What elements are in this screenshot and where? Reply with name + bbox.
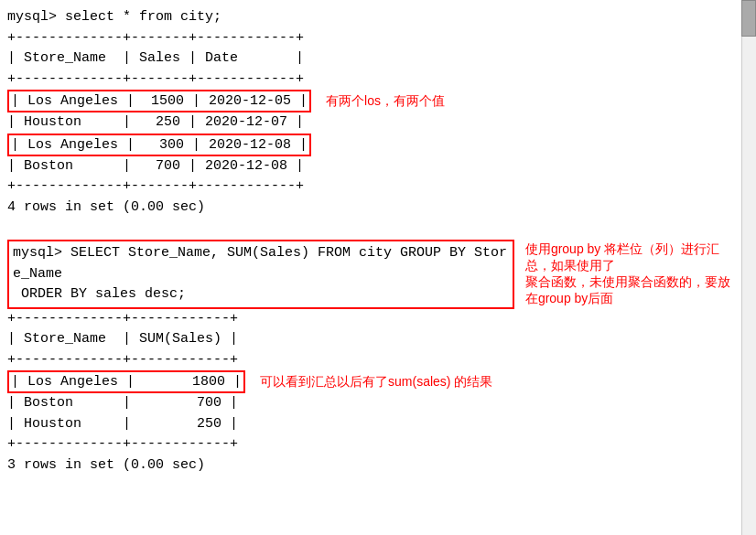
query1-sep3: +-------------+-------+------------+ xyxy=(7,177,732,198)
query1-sep1: +-------------+-------+------------+ xyxy=(7,28,732,49)
query1-row-3: | Boston | 700 | 2020-12-08 | xyxy=(7,156,732,177)
query1-row-1: | Houston | 250 | 2020-12-07 | xyxy=(7,112,732,134)
query2-annotation: 可以看到汇总以后有了sum(sales) 的结果 xyxy=(260,374,492,391)
scrollbar-thumb[interactable] xyxy=(741,0,756,37)
query1-row-0-text: | Los Angeles | 1500 | 2020-12-05 | xyxy=(7,90,311,112)
query2-header: | Store_Name | SUM(Sales) | xyxy=(7,329,732,350)
query1-annotation: 有两个los，有两个值 xyxy=(326,93,445,110)
query2-row-0: | Los Angeles | 1800 | 可以看到汇总以后有了sum(sal… xyxy=(7,370,732,393)
query1-row-2: | Los Angeles | 300 | 2020-12-08 | xyxy=(7,134,732,156)
query1-result: 4 rows in set (0.00 sec) xyxy=(7,198,732,219)
query2-command-annotation: 使用group by 将栏位（列）进行汇总，如果使用了 聚合函数，未使用聚合函数… xyxy=(525,240,732,307)
query1-row-2-text: | Los Angeles | 300 | 2020-12-08 | xyxy=(7,134,311,156)
query1-command: mysql> select * from city; xyxy=(7,7,732,28)
query2-command: mysql> SELECT Store_Name, SUM(Sales) FRO… xyxy=(7,240,514,309)
query2-sep1: +-------------+------------+ xyxy=(7,309,732,330)
query1-row-0: | Los Angeles | 1500 | 2020-12-05 | 有两个l… xyxy=(7,90,732,112)
query2-sep2: +-------------+------------+ xyxy=(7,350,732,371)
scrollbar[interactable] xyxy=(741,0,756,535)
query2-row-2: | Houston | 250 | xyxy=(7,414,732,435)
query2-result: 3 rows in set (0.00 sec) xyxy=(7,455,732,476)
query2-sep3: +-------------+------------+ xyxy=(7,434,732,455)
query1-header: | Store_Name | Sales | Date | xyxy=(7,48,732,70)
query1-sep2: +-------------+-------+------------+ xyxy=(7,70,732,91)
query2-row-0-text: | Los Angeles | 1800 | xyxy=(7,370,245,393)
query2-row-1: | Boston | 700 | xyxy=(7,393,732,414)
